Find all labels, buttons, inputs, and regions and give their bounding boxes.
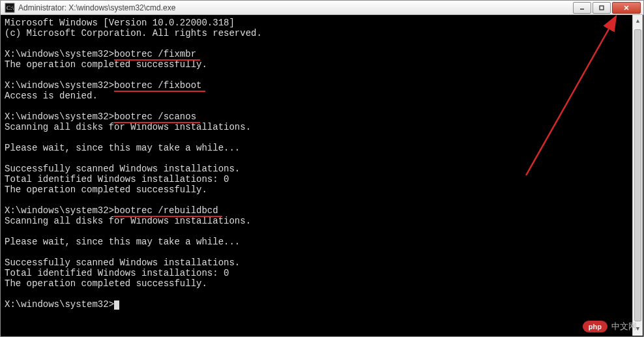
cmd-icon: C:\: [5, 3, 15, 13]
watermark-badge: php: [583, 321, 607, 332]
scroll-up-arrow[interactable]: ▲: [633, 15, 643, 28]
close-button[interactable]: [612, 2, 641, 14]
watermark-label: 中文网: [611, 321, 637, 332]
svg-rect-3: [600, 6, 604, 10]
window-controls: [573, 1, 643, 14]
watermark: php 中文网: [583, 321, 637, 332]
scroll-thumb[interactable]: [634, 29, 641, 321]
minimize-button[interactable]: [573, 2, 591, 14]
vertical-scrollbar[interactable]: ▲ ▼: [632, 15, 643, 336]
window-title: Administrator: X:\windows\system32\cmd.e…: [18, 3, 573, 12]
maximize-button[interactable]: [593, 2, 611, 14]
terminal-output[interactable]: Microsoft Windows [Version 10.0.22000.31…: [1, 15, 643, 336]
svg-text:C:\: C:\: [7, 5, 14, 11]
cmd-window: C:\ Administrator: X:\windows\system32\c…: [0, 0, 644, 337]
titlebar[interactable]: C:\ Administrator: X:\windows\system32\c…: [1, 1, 643, 15]
